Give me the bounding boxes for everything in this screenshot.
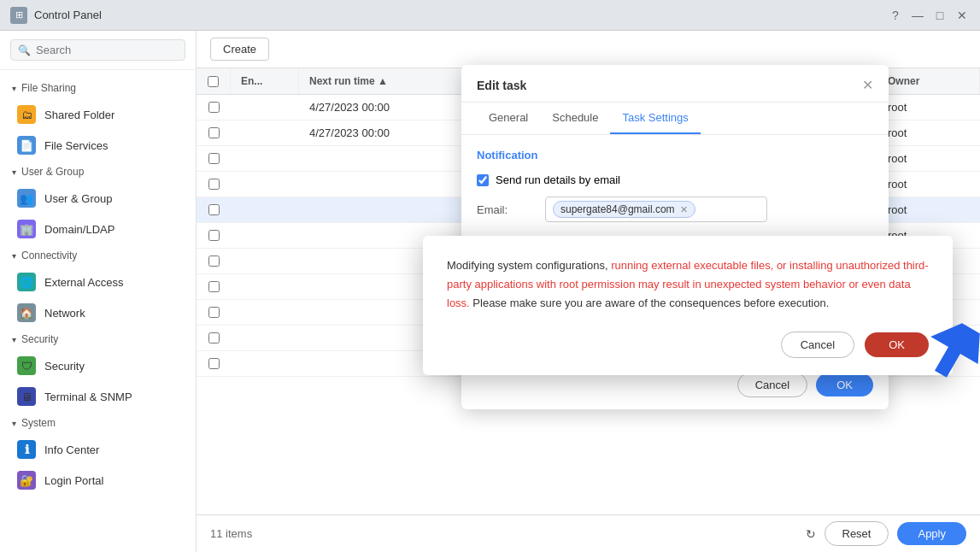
chevron-icon: ▾ [12, 167, 16, 177]
col-check [197, 68, 231, 94]
sidebar-item-terminal-snmp-label: Terminal & SNMP [44, 391, 132, 403]
sidebar-item-domain-ldap-label: Domain/LDAP [44, 223, 114, 236]
minimize-btn[interactable]: — [910, 9, 925, 22]
window-title: Control Panel [34, 9, 888, 21]
sidebar: 🔍 ▾ File Sharing 🗂 Shared Folder 📄 File … [0, 31, 197, 552]
row-checkbox[interactable] [197, 352, 231, 375]
checkbox-row-email: Send run details by email [477, 173, 873, 186]
warning-text-normal-2: Please make sure you are aware of the co… [470, 297, 830, 309]
warning-cancel-button[interactable]: Cancel [781, 332, 854, 358]
modal-close-icon[interactable]: ✕ [862, 77, 873, 93]
create-button[interactable]: Create [210, 38, 269, 61]
sidebar-item-terminal-snmp[interactable]: 🖥 Terminal & SNMP [0, 381, 196, 412]
sidebar-item-login-portal[interactable]: 🔐 Login Portal [0, 465, 196, 496]
email-tag: supergate84@gmail.com ✕ [553, 201, 695, 218]
sidebar-item-shared-folder-label: Shared Folder [44, 109, 114, 121]
info-center-icon: ℹ [17, 440, 36, 459]
section-connectivity[interactable]: ▾ Connectivity [0, 244, 196, 267]
col-owner: Owner [877, 68, 980, 94]
row-checkbox[interactable] [197, 198, 231, 221]
file-services-icon: 📄 [17, 136, 36, 155]
section-system-label: System [21, 417, 56, 429]
main-window: ⊞ Control Panel ? — □ ✕ 🔍 ▾ File Sharing [0, 0, 980, 552]
refresh-icon[interactable]: ↻ [806, 527, 816, 541]
sidebar-item-file-services-label: File Services [44, 139, 108, 152]
sidebar-item-external-access[interactable]: 🌐 External Access [0, 267, 196, 297]
sidebar-item-security[interactable]: 🛡 Security [0, 350, 196, 381]
security-icon: 🛡 [17, 356, 36, 375]
row-enabled [231, 179, 299, 191]
chevron-icon: ▾ [12, 419, 16, 428]
modal-cancel-button[interactable]: Cancel [737, 373, 807, 397]
select-all-checkbox[interactable] [208, 76, 219, 87]
row-enabled [231, 332, 299, 344]
row-enabled [231, 230, 299, 242]
section-file-sharing[interactable]: ▾ File Sharing [0, 77, 196, 99]
window-controls: ? — □ ✕ [888, 9, 970, 22]
row-checkbox[interactable] [197, 173, 231, 196]
row-enabled [231, 102, 299, 114]
sidebar-item-info-center[interactable]: ℹ Info Center [0, 434, 196, 465]
tab-schedule[interactable]: Schedule [540, 103, 610, 134]
close-btn[interactable]: ✕ [954, 9, 970, 22]
row-enabled [231, 153, 299, 165]
sidebar-item-file-services[interactable]: 📄 File Services [0, 130, 196, 161]
row-enabled [231, 281, 299, 293]
footer-bar: 11 items ↻ Reset Apply [197, 514, 980, 552]
sidebar-item-network[interactable]: 🏠 Network [0, 297, 196, 328]
section-security-label: Security [21, 333, 58, 345]
maximize-btn[interactable]: □ [932, 9, 948, 22]
section-file-sharing-label: File Sharing [21, 82, 76, 94]
warning-ok-button[interactable]: OK [865, 332, 929, 357]
section-connectivity-label: Connectivity [21, 250, 77, 261]
row-checkbox[interactable] [197, 121, 231, 144]
email-input-wrap[interactable]: supergate84@gmail.com ✕ [545, 197, 767, 222]
network-icon: 🏠 [17, 303, 36, 322]
row-checkbox[interactable] [197, 96, 231, 119]
content-header: Create [197, 31, 980, 68]
warning-dialog: Modifying system configurations, running… [423, 236, 953, 375]
sidebar-item-info-center-label: Info Center [44, 443, 99, 456]
row-checkbox[interactable] [197, 275, 231, 298]
login-portal-icon: 🔐 [17, 471, 36, 490]
section-security[interactable]: ▾ Security [0, 328, 196, 350]
email-tag-value: supergate84@gmail.com [560, 203, 675, 215]
row-checkbox[interactable] [197, 250, 231, 273]
apply-button[interactable]: Apply [897, 522, 966, 545]
search-input[interactable] [36, 44, 178, 56]
email-label: Email: [477, 203, 545, 216]
modal-title: Edit task [477, 79, 526, 92]
sidebar-item-domain-ldap[interactable]: 🏢 Domain/LDAP [0, 214, 196, 244]
external-access-icon: 🌐 [17, 273, 36, 291]
modal-tabs: General Schedule Task Settings [461, 103, 889, 135]
search-icon: 🔍 [18, 44, 31, 56]
reset-button[interactable]: Reset [824, 521, 889, 546]
help-btn[interactable]: ? [888, 9, 903, 22]
sidebar-item-shared-folder[interactable]: 🗂 Shared Folder [0, 99, 196, 130]
email-tag-close-icon[interactable]: ✕ [680, 204, 688, 215]
row-enabled [231, 307, 299, 319]
tab-general[interactable]: General [477, 103, 540, 134]
row-checkbox[interactable] [197, 326, 231, 349]
row-checkbox[interactable] [197, 301, 231, 324]
search-input-wrap[interactable]: 🔍 [10, 39, 185, 61]
send-email-checkbox[interactable] [477, 174, 489, 186]
modal-ok-button[interactable]: OK [816, 373, 873, 396]
sidebar-item-user-group[interactable]: 👥 User & Group [0, 183, 196, 214]
row-checkbox[interactable] [197, 147, 231, 170]
row-checkbox[interactable] [197, 224, 231, 247]
chevron-icon: ▾ [12, 251, 16, 261]
row-owner: root [877, 95, 980, 120]
sidebar-nav: ▾ File Sharing 🗂 Shared Folder 📄 File Se… [0, 70, 196, 552]
section-user-group[interactable]: ▾ User & Group [0, 161, 196, 183]
section-system[interactable]: ▾ System [0, 412, 196, 434]
titlebar: ⊞ Control Panel ? — □ ✕ [0, 0, 980, 31]
row-owner: root [877, 120, 980, 145]
items-count: 11 items [210, 527, 252, 540]
search-box: 🔍 [0, 31, 196, 70]
tab-task-settings[interactable]: Task Settings [610, 103, 700, 134]
user-group-icon: 👥 [17, 189, 36, 208]
content-area: Create En... Next run time ▲ Owner 4/27/… [197, 31, 980, 552]
sidebar-item-security-label: Security [44, 360, 85, 373]
row-enabled [231, 204, 299, 216]
